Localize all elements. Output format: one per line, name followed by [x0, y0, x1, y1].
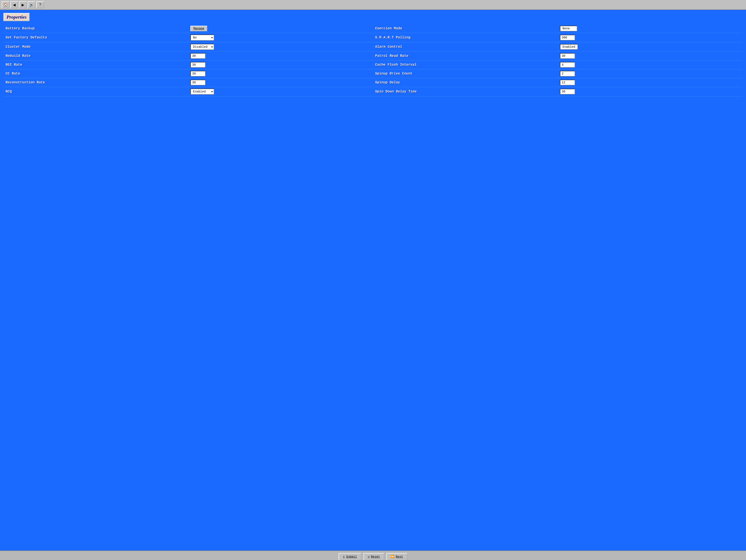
right-input-6[interactable] — [560, 80, 575, 85]
table-row: Rebuild RatePatrol Read Rate — [3, 52, 743, 60]
home-toolbar-btn[interactable]: 🏠 — [2, 1, 9, 8]
right-input-3[interactable] — [560, 53, 575, 59]
left-label-6: Reconstruction Rate — [3, 78, 188, 87]
next-label: Next — [396, 555, 403, 559]
left-value-5[interactable] — [188, 69, 373, 78]
right-value-0: None — [558, 24, 743, 33]
right-value-3[interactable] — [558, 52, 743, 60]
page-title: Properties — [6, 14, 27, 20]
right-value-1[interactable] — [558, 33, 743, 42]
right-label-5: Spinup Drive Count — [373, 69, 558, 78]
reset-button[interactable]: ↩ Reset — [364, 553, 384, 560]
left-value-6[interactable] — [188, 78, 373, 87]
left-label-1: Set Factory Defaults — [3, 33, 188, 42]
left-label-2: Cluster Mode — [3, 42, 188, 52]
right-input-7[interactable] — [560, 89, 575, 94]
right-value-4[interactable] — [558, 60, 743, 69]
left-value-3[interactable] — [188, 52, 373, 60]
left-value-7[interactable]: EnabledDisabled — [188, 87, 373, 96]
volume-toolbar-btn[interactable]: 🔊 — [28, 1, 35, 8]
left-select-1[interactable]: NoYes — [191, 35, 214, 40]
left-input-3[interactable] — [191, 53, 205, 59]
right-value-7[interactable] — [558, 87, 743, 96]
left-value-2[interactable]: DisabledEnabled — [188, 42, 373, 52]
back-toolbar-btn[interactable]: ◀ — [10, 1, 18, 8]
reset-label: Reset — [371, 555, 380, 559]
left-label-3: Rebuild Rate — [3, 52, 188, 60]
right-static-0: None — [560, 26, 577, 31]
right-label-6: Spinup Delay — [373, 78, 558, 87]
properties-table: Battery BackupManageCoercion ModeNoneSet… — [3, 24, 743, 96]
right-value-5[interactable] — [558, 69, 743, 78]
submit-button[interactable]: ⬇ Submit — [339, 553, 361, 560]
right-input-4[interactable] — [560, 62, 575, 68]
right-label-4: Cache Flush Interval — [373, 60, 558, 69]
next-button[interactable]: ⏩ Next — [386, 553, 407, 560]
forward-toolbar-btn[interactable]: ▶ — [19, 1, 27, 8]
next-icon: ⏩ — [391, 555, 394, 559]
left-select-2[interactable]: DisabledEnabled — [191, 44, 214, 50]
left-value-4[interactable] — [188, 60, 373, 69]
right-static-2: Enabled — [560, 44, 578, 50]
properties-title-box: Properties — [3, 13, 30, 21]
right-input-1[interactable] — [560, 35, 575, 40]
table-row: Battery BackupManageCoercion ModeNone — [3, 24, 743, 33]
reset-icon: ↩ — [368, 555, 370, 559]
submit-label: Submit — [346, 555, 357, 559]
table-row: NCQEnabledDisabledSpin Down Delay Time — [3, 87, 743, 96]
right-label-7: Spin Down Delay Time — [373, 87, 558, 96]
right-value-2: Enabled — [558, 42, 743, 52]
left-label-5: CC Rate — [3, 69, 188, 78]
main-container: Properties Battery BackupManageCoercion … — [0, 10, 746, 551]
table-row: Set Factory DefaultsNoYesS.M.A.R.T Polli… — [3, 33, 743, 42]
help-toolbar-btn[interactable]: ? — [36, 1, 44, 8]
table-row: Cluster ModeDisabledEnabledAlarm Control… — [3, 42, 743, 52]
submit-icon: ⬇ — [343, 555, 345, 559]
left-select-7[interactable]: EnabledDisabled — [191, 89, 214, 95]
left-label-0: Battery Backup — [3, 24, 188, 33]
left-input-4[interactable] — [191, 62, 205, 68]
right-label-0: Coercion Mode — [373, 24, 558, 33]
left-value-0[interactable]: Manage — [188, 24, 373, 33]
table-row: Reconstruction RateSpinup Delay — [3, 78, 743, 87]
table-row: BGI RateCache Flush Interval — [3, 60, 743, 69]
table-row: CC RateSpinup Drive Count — [3, 69, 743, 78]
right-label-3: Patrol Read Rate — [373, 52, 558, 60]
left-label-7: NCQ — [3, 87, 188, 96]
left-label-4: BGI Rate — [3, 60, 188, 69]
left-input-6[interactable] — [191, 80, 205, 85]
left-link-btn-0[interactable]: Manage — [191, 26, 207, 31]
right-input-5[interactable] — [560, 71, 575, 77]
right-label-2: Alarm Control — [373, 42, 558, 52]
right-label-1: S.M.A.R.T Polling — [373, 33, 558, 42]
left-value-1[interactable]: NoYes — [188, 33, 373, 42]
toolbar: 🏠 ◀ ▶ 🔊 ? — [0, 0, 746, 10]
right-value-6[interactable] — [558, 78, 743, 87]
left-input-5[interactable] — [191, 71, 205, 77]
button-row: ⬇ Submit ↩ Reset ⏩ Next — [0, 551, 746, 560]
